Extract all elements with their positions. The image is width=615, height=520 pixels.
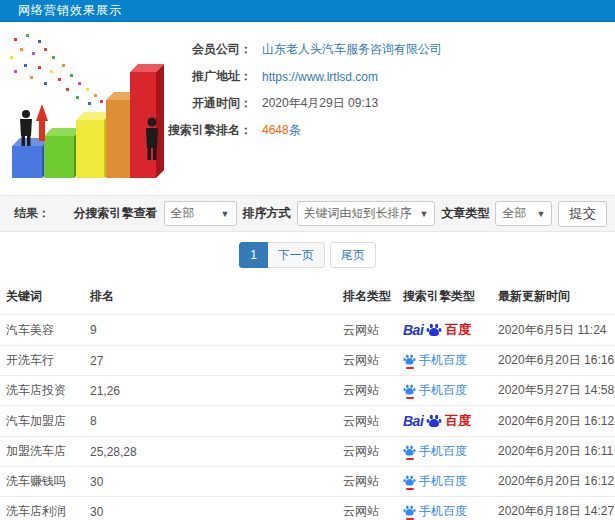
engine-cell: Bai 百度 [403, 406, 498, 437]
rank-type-cell: 云网站 [343, 467, 403, 497]
keyword-cell: 汽车美容 [0, 315, 90, 346]
rank-count-label: 搜索引擎排名： [158, 122, 252, 139]
rank-type-cell: 云网站 [343, 437, 403, 467]
rank-type-cell: 云网站 [343, 346, 403, 376]
keyword-cell: 洗车店利润 [0, 497, 90, 520]
confetti-dots [10, 34, 103, 105]
sort-filter-select[interactable]: 关键词由短到长排序 ▼ [297, 201, 436, 226]
table-row: 洗车店利润 30 云网站 手机百度 2020年6月18日 14:27 [0, 497, 615, 520]
rank-count-unit: 条 [289, 123, 301, 137]
promo-url-label: 推广地址： [158, 68, 252, 85]
table-row: 开洗车行 27 云网站 手机百度 2020年6月20日 16:16 [0, 346, 615, 376]
promo-url-link[interactable]: https://www.lrtlsd.com [262, 70, 378, 84]
info-row-url: 推广地址： https://www.lrtlsd.com [158, 63, 615, 90]
mobile-baidu-icon: 手机百度 [403, 443, 498, 460]
keyword-cell: 开洗车行 [0, 346, 90, 376]
updated-cell: 2020年6月20日 16:11 [498, 437, 615, 467]
engine-cell: Bai 百度 [403, 315, 498, 346]
baidu-logo-icon: Bai 百度 [403, 412, 498, 430]
results-table: 关键词 排名 排名类型 搜索引擎类型 最新更新时间 汽车美容 9 云网站 Bai… [0, 278, 615, 520]
header-keyword: 关键词 [0, 278, 90, 315]
keyword-cell: 洗车店投资 [0, 376, 90, 406]
engine-filter-select[interactable]: 全部 ▼ [164, 201, 237, 226]
engine-cell: 手机百度 [403, 376, 498, 406]
engine-cell: 手机百度 [403, 497, 498, 520]
pagination: 1 下一页 尾页 [0, 232, 615, 278]
chevron-down-icon: ▼ [536, 209, 545, 219]
company-info-list: 会员公司： 山东老人头汽车服务咨询有限公司 推广地址： https://www.… [158, 22, 615, 144]
engine-cell: 手机百度 [403, 346, 498, 376]
sort-filter-label: 排序方式 [243, 205, 291, 222]
page-1-button[interactable]: 1 [239, 242, 268, 268]
baidu-paw-icon [426, 322, 442, 338]
engine-cell: 手机百度 [403, 437, 498, 467]
updated-cell: 2020年5月27日 14:58 [498, 376, 615, 406]
sort-filter-value: 关键词由短到长排序 [304, 205, 412, 222]
baidu-paw-icon [403, 474, 416, 487]
table-header-row: 关键词 排名 排名类型 搜索引擎类型 最新更新时间 [0, 278, 615, 315]
info-row-rank-count: 搜索引擎排名： 4648条 [158, 117, 615, 144]
company-label: 会员公司： [158, 41, 252, 58]
rank-type-cell: 云网站 [343, 315, 403, 346]
page-title: 网络营销效果展示 [18, 2, 122, 19]
company-name-link[interactable]: 山东老人头汽车服务咨询有限公司 [262, 41, 442, 58]
baidu-paw-icon [403, 353, 416, 366]
engine-cell: 手机百度 [403, 467, 498, 497]
updated-cell: 2020年6月20日 16:12 [498, 467, 615, 497]
header-rank: 排名 [90, 278, 343, 315]
rank-type-cell: 云网站 [343, 406, 403, 437]
table-row: 汽车加盟店 8 云网站 Bai 百度 2020年6月20日 16:12 [0, 406, 615, 437]
result-label: 结果： [14, 205, 50, 222]
rank-cell[interactable]: 21,26 [90, 376, 343, 406]
chevron-down-icon: ▼ [420, 209, 429, 219]
rank-cell[interactable]: 8 [90, 406, 343, 437]
header-updated: 最新更新时间 [498, 278, 615, 315]
last-page-button[interactable]: 尾页 [330, 242, 376, 268]
chevron-down-icon: ▼ [221, 209, 230, 219]
rank-type-cell: 云网站 [343, 497, 403, 520]
rank-cell[interactable]: 25,28,28 [90, 437, 343, 467]
baidu-paw-icon [403, 444, 416, 457]
updated-cell: 2020年6月20日 16:12 [498, 406, 615, 437]
keyword-cell: 汽车加盟店 [0, 406, 90, 437]
engine-filter-label: 分搜索引擎查看 [74, 205, 158, 222]
info-row-company: 会员公司： 山东老人头汽车服务咨询有限公司 [158, 36, 615, 63]
type-filter-label: 文章类型 [441, 205, 489, 222]
rank-cell[interactable]: 9 [90, 315, 343, 346]
baidu-logo-icon: Bai 百度 [403, 321, 498, 339]
top-header-bar: 网络营销效果展示 [0, 0, 615, 22]
updated-cell: 2020年6月5日 11:24 [498, 315, 615, 346]
engine-filter-value: 全部 [171, 205, 213, 222]
keyword-cell: 加盟洗车店 [0, 437, 90, 467]
filter-bar: 结果： 分搜索引擎查看 全部 ▼ 排序方式 关键词由短到长排序 ▼ 文章类型 全… [0, 195, 615, 232]
filter-group: 分搜索引擎查看 全部 ▼ 排序方式 关键词由短到长排序 ▼ 文章类型 全部 ▼ … [74, 201, 607, 227]
updated-cell: 2020年6月20日 16:16 [498, 346, 615, 376]
mobile-baidu-icon: 手机百度 [403, 352, 498, 369]
rank-type-cell: 云网站 [343, 376, 403, 406]
open-time-value: 2020年4月29日 09:13 [262, 95, 378, 112]
type-filter-select[interactable]: 全部 ▼ [495, 201, 552, 226]
keyword-cell: 洗车赚钱吗 [0, 467, 90, 497]
baidu-paw-icon [403, 504, 416, 517]
rank-cell[interactable]: 27 [90, 346, 343, 376]
mobile-baidu-icon: 手机百度 [403, 503, 498, 520]
table-row: 洗车赚钱吗 30 云网站 手机百度 2020年6月20日 16:12 [0, 467, 615, 497]
baidu-paw-icon [426, 413, 442, 429]
rank-cell[interactable]: 30 [90, 497, 343, 520]
type-filter-value: 全部 [502, 205, 528, 222]
mobile-baidu-icon: 手机百度 [403, 473, 498, 490]
rank-cell[interactable]: 30 [90, 467, 343, 497]
table-row: 加盟洗车店 25,28,28 云网站 手机百度 2020年6月20日 16:11 [0, 437, 615, 467]
rank-count-number: 4648 [262, 123, 289, 137]
next-page-button[interactable]: 下一页 [268, 242, 325, 268]
baidu-paw-icon [403, 383, 416, 396]
open-time-label: 开通时间： [158, 95, 252, 112]
submit-button[interactable]: 提交 [558, 201, 607, 227]
table-row: 洗车店投资 21,26 云网站 手机百度 2020年5月27日 14:58 [0, 376, 615, 406]
table-row: 汽车美容 9 云网站 Bai 百度 2020年6月5日 11:24 [0, 315, 615, 346]
bars [12, 64, 164, 178]
updated-cell: 2020年6月18日 14:27 [498, 497, 615, 520]
company-info-section: 会员公司： 山东老人头汽车服务咨询有限公司 推广地址： https://www.… [0, 22, 615, 195]
header-rank-type: 排名类型 [343, 278, 403, 315]
bar-chart-illustration [0, 26, 172, 192]
